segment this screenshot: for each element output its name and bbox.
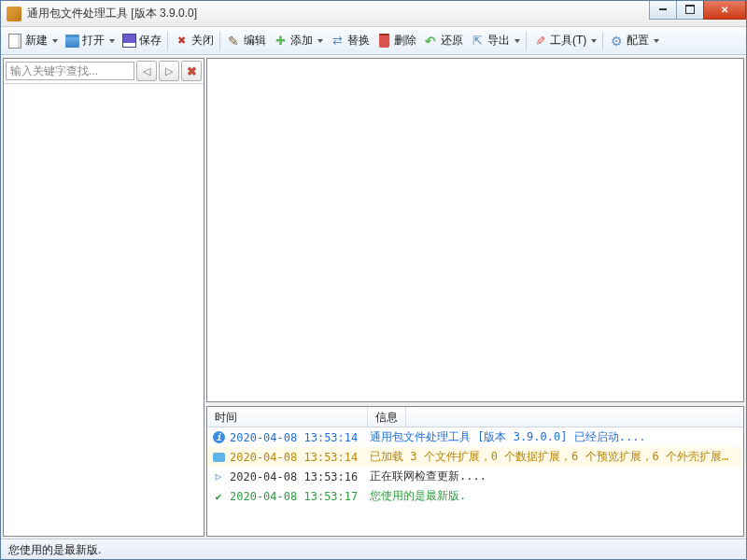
close-file-button[interactable]: 关闭 (171, 31, 217, 50)
window-controls (650, 1, 746, 20)
restore-icon (423, 34, 438, 49)
col-message[interactable]: 信息 (368, 407, 406, 427)
dropdown-icon (514, 39, 520, 43)
app-icon (7, 7, 21, 21)
add-label: 添加 (290, 33, 313, 49)
prev-button[interactable]: ◁ (136, 61, 157, 81)
tools-label: 工具(T) (550, 33, 586, 49)
log-message: 通用包文件处理工具 [版本 3.9.0.0] 已经启动.... (370, 429, 740, 445)
log-message: 已加载 3 个文件扩展，0 个数据扩展，6 个预览扩展，6 个外壳扩展，1 个.… (370, 449, 740, 465)
next-button[interactable]: ▷ (159, 61, 179, 81)
delete-label: 删除 (394, 33, 416, 49)
open-button[interactable]: 打开 (62, 31, 118, 50)
tools-button[interactable]: 工具(T) (529, 31, 599, 50)
add-icon (273, 34, 288, 49)
log-message: 正在联网检查更新.... (370, 469, 740, 484)
status-text: 您使用的是最新版. (8, 543, 101, 556)
open-label: 打开 (82, 33, 105, 49)
close-button[interactable] (703, 1, 746, 20)
right-pane: 时间 信息 2020-04-08 13:53:14通用包文件处理工具 [版本 3… (206, 58, 744, 537)
dropdown-icon (109, 39, 115, 43)
edit-icon (226, 34, 241, 49)
export-icon (470, 34, 485, 49)
close-label: 关闭 (191, 33, 214, 49)
new-button[interactable]: 新建 (5, 31, 61, 50)
close-icon (174, 34, 189, 49)
statusbar: 您使用的是最新版. (1, 539, 746, 559)
delete-button[interactable]: 删除 (374, 31, 419, 50)
open-icon (64, 34, 79, 49)
delete-icon (376, 34, 391, 49)
log-net-icon (211, 469, 226, 484)
log-warn-icon (211, 450, 226, 465)
col-time[interactable]: 时间 (207, 407, 368, 427)
separator (219, 32, 220, 50)
log-rows[interactable]: 2020-04-08 13:53:14通用包文件处理工具 [版本 3.9.0.0… (207, 427, 743, 536)
body: ◁ ▷ ✖ 时间 信息 2020-04-08 13:53:14通用包文件处理工具… (1, 55, 746, 539)
config-button[interactable]: 配置 (606, 31, 662, 50)
log-time: 2020-04-08 13:53:14 (230, 451, 370, 464)
titlebar[interactable]: 通用包文件处理工具 [版本 3.9.0.0] (1, 1, 746, 27)
log-time: 2020-04-08 13:53:14 (230, 431, 370, 444)
restore-button[interactable]: 还原 (420, 31, 466, 50)
left-pane: ◁ ▷ ✖ (3, 58, 204, 537)
log-time: 2020-04-08 13:53:16 (230, 470, 370, 483)
replace-label: 替换 (347, 33, 370, 49)
maximize-button[interactable] (676, 1, 704, 20)
dropdown-icon (591, 39, 597, 43)
clear-button[interactable]: ✖ (181, 61, 202, 81)
gear-icon (609, 34, 624, 49)
edit-label: 编辑 (244, 33, 266, 49)
window-title: 通用包文件处理工具 [版本 3.9.0.0] (27, 6, 650, 21)
log-row[interactable]: 2020-04-08 13:53:14已加载 3 个文件扩展，0 个数据扩展，6… (207, 447, 743, 467)
log-message: 您使用的是最新版. (370, 488, 740, 504)
minimize-button[interactable] (649, 1, 677, 20)
log-time: 2020-04-08 13:53:17 (230, 490, 370, 503)
new-icon (7, 34, 22, 49)
restore-label: 还原 (441, 33, 463, 49)
dropdown-icon (317, 39, 323, 43)
export-label: 导出 (487, 33, 510, 49)
content-area[interactable] (206, 58, 744, 402)
edit-button[interactable]: 编辑 (223, 31, 269, 50)
log-panel: 时间 信息 2020-04-08 13:53:14通用包文件处理工具 [版本 3… (206, 406, 744, 537)
search-row: ◁ ▷ ✖ (4, 59, 204, 84)
add-button[interactable]: 添加 (270, 31, 326, 50)
new-label: 新建 (25, 33, 48, 49)
separator (167, 32, 168, 50)
separator (526, 32, 527, 50)
export-button[interactable]: 导出 (467, 31, 523, 50)
dropdown-icon (654, 39, 659, 43)
log-row[interactable]: 2020-04-08 13:53:14通用包文件处理工具 [版本 3.9.0.0… (207, 427, 743, 447)
tree-view[interactable] (4, 84, 204, 536)
tool-icon (532, 34, 547, 49)
save-label: 保存 (139, 33, 162, 49)
search-input[interactable] (6, 62, 134, 80)
save-icon (121, 34, 136, 49)
log-header: 时间 信息 (207, 407, 743, 427)
replace-icon (330, 34, 345, 49)
log-info-icon (211, 430, 226, 445)
log-row[interactable]: 2020-04-08 13:53:16正在联网检查更新.... (207, 467, 743, 486)
log-ok-icon (211, 489, 226, 504)
dropdown-icon (52, 39, 58, 43)
app-window: 通用包文件处理工具 [版本 3.9.0.0] 新建 打开 保存 关闭 编辑 添加… (0, 0, 747, 560)
toolbar: 新建 打开 保存 关闭 编辑 添加 替换 删除 还原 导出 工具(T) 配置 (1, 27, 746, 55)
config-label: 配置 (627, 33, 649, 49)
replace-button[interactable]: 替换 (327, 31, 373, 50)
log-row[interactable]: 2020-04-08 13:53:17您使用的是最新版. (207, 486, 743, 506)
save-button[interactable]: 保存 (119, 31, 164, 50)
separator (602, 32, 603, 50)
